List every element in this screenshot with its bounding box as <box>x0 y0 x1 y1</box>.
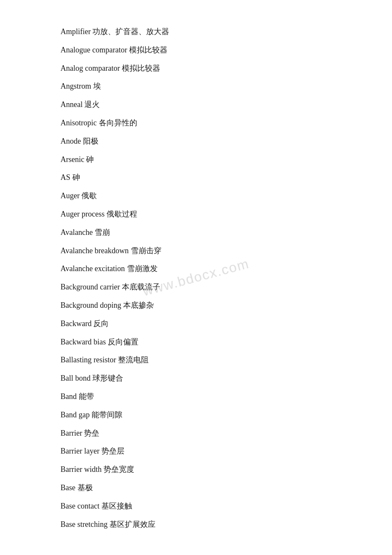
term-english: Ballasting resistor <box>61 356 118 364</box>
term-english: Amplifier <box>61 27 92 36</box>
term-english: Analogue comparator <box>61 46 129 54</box>
term-english: Avalanche <box>61 228 95 237</box>
term-english: Backward bias <box>61 338 108 346</box>
term-english: Backward <box>61 319 93 328</box>
list-item: Base stretching 基区扩展效应 <box>61 518 331 531</box>
list-item: Auger process 俄歇过程 <box>61 208 331 220</box>
term-list: Amplifier 功放、扩音器、放大器Analogue comparator … <box>61 26 331 530</box>
term-english: Avalanche breakdown <box>61 246 131 255</box>
term-english: Barrier <box>61 429 84 437</box>
list-item: Amplifier 功放、扩音器、放大器 <box>61 26 331 38</box>
list-item: Background carrier 本底载流子 <box>61 281 331 293</box>
list-item: Analog comparator 模拟比较器 <box>61 62 331 75</box>
term-english: Anode <box>61 137 83 145</box>
list-item: Analogue comparator 模拟比较器 <box>61 44 331 56</box>
term-chinese: 基区接触 <box>101 502 132 510</box>
list-item: Ball bond 球形键合 <box>61 372 331 384</box>
term-english: Arsenic <box>61 155 86 164</box>
term-english: Auger <box>61 191 81 200</box>
term-chinese: 能带间隙 <box>92 410 122 419</box>
term-english: Angstrom <box>61 82 93 90</box>
list-item: Barrier 势垒 <box>61 427 331 439</box>
term-chinese: 势垒 <box>84 429 99 437</box>
list-item: Background doping 本底掺杂 <box>61 299 331 312</box>
term-chinese: 阳极 <box>83 137 98 145</box>
list-item: Backward 反向 <box>61 318 331 330</box>
list-item: Avalanche breakdown 雪崩击穿 <box>61 245 331 257</box>
term-chinese: 雪崩 <box>95 228 110 237</box>
list-item: Avalanche 雪崩 <box>61 226 331 239</box>
term-chinese: 砷 <box>72 173 80 182</box>
list-item: Angstrom 埃 <box>61 80 331 92</box>
list-item: Band gap 能带间隙 <box>61 409 331 421</box>
term-english: Auger process <box>61 210 107 218</box>
term-english: Base stretching <box>61 520 110 529</box>
term-chinese: 模拟比较器 <box>129 46 167 54</box>
term-chinese: 雪崩激发 <box>127 264 158 273</box>
list-item: Barrier layer 势垒层 <box>61 445 331 457</box>
term-english: Anisotropic <box>61 119 99 127</box>
term-chinese: 俄歇过程 <box>107 210 137 218</box>
term-english: Background doping <box>61 301 123 309</box>
term-chinese: 俄歇 <box>81 191 97 200</box>
term-english: Anneal <box>61 100 84 109</box>
list-item: Base 基极 <box>61 482 331 494</box>
term-english: Band <box>61 392 79 401</box>
term-chinese: 基区扩展效应 <box>110 520 156 529</box>
term-english: Avalanche excitation <box>61 264 127 273</box>
term-chinese: 本底载流子 <box>122 283 160 291</box>
term-chinese: 球形键合 <box>92 374 123 382</box>
list-item: Anneal 退火 <box>61 98 331 111</box>
list-item: Band 能带 <box>61 390 331 403</box>
term-english: Analog comparator <box>61 64 122 72</box>
term-english: Background carrier <box>61 283 122 291</box>
term-chinese: 能带 <box>79 392 94 401</box>
term-english: Barrier width <box>61 465 104 474</box>
term-chinese: 砷 <box>86 155 94 164</box>
list-item: Anisotropic 各向异性的 <box>61 117 331 129</box>
list-item: Arsenic 砷 <box>61 153 331 166</box>
list-item: Base contact 基区接触 <box>61 500 331 512</box>
list-item: AS 砷 <box>61 171 331 184</box>
term-chinese: 势垒层 <box>101 447 124 455</box>
term-chinese: 功放、扩音器、放大器 <box>92 27 169 36</box>
term-chinese: 模拟比较器 <box>122 64 160 72</box>
term-chinese: 退火 <box>84 100 100 109</box>
term-chinese: 各向异性的 <box>99 119 137 127</box>
term-chinese: 埃 <box>93 82 101 90</box>
term-english: AS <box>61 173 72 182</box>
list-item: Backward bias 反向偏置 <box>61 336 331 348</box>
list-item: Auger 俄歇 <box>61 190 331 202</box>
list-item: Ballasting resistor 整流电阻 <box>61 354 331 366</box>
term-english: Band gap <box>61 410 92 419</box>
list-item: Avalanche excitation 雪崩激发 <box>61 263 331 275</box>
term-english: Base contact <box>61 502 101 510</box>
term-english: Ball bond <box>61 374 92 382</box>
term-chinese: 雪崩击穿 <box>131 246 161 255</box>
term-chinese: 反向 <box>93 319 109 328</box>
list-item: Anode 阳极 <box>61 135 331 147</box>
term-english: Barrier layer <box>61 447 101 455</box>
term-chinese: 整流电阻 <box>118 356 149 364</box>
term-english: Base <box>61 483 78 492</box>
term-chinese: 反向偏置 <box>108 338 138 346</box>
list-item: Barrier width 势垒宽度 <box>61 463 331 476</box>
term-chinese: 势垒宽度 <box>104 465 134 474</box>
term-chinese: 基极 <box>78 483 93 492</box>
term-chinese: 本底掺杂 <box>123 301 154 309</box>
